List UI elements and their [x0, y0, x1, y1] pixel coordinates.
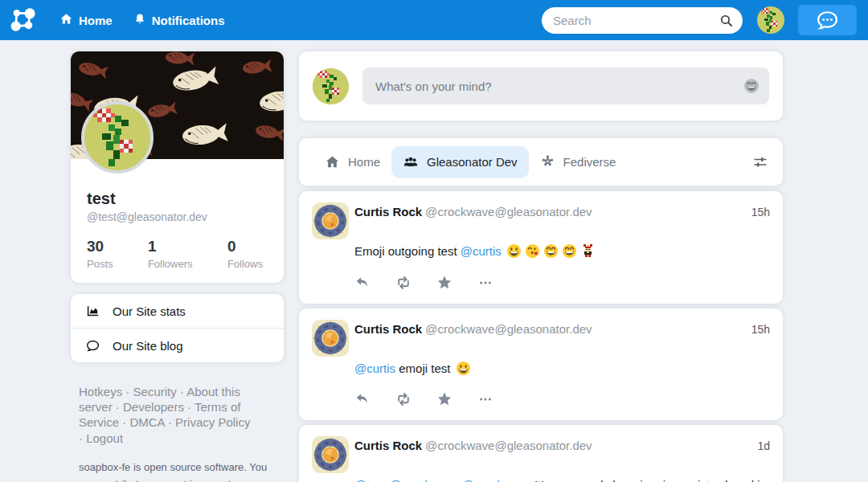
- more-options-icon[interactable]: [477, 391, 493, 407]
- sidebar: test @test@gleasonator.dev 30 Posts 1 Fo…: [71, 51, 284, 482]
- bell-icon: [133, 13, 146, 28]
- nav-notifications-label: Notifications: [152, 14, 225, 27]
- post-card[interactable]: Curtis Rock @crockwave@gleasonator.dev 1…: [299, 191, 783, 304]
- beaming-emoji: [543, 243, 559, 259]
- account-avatar[interactable]: [757, 6, 784, 34]
- stat-follows[interactable]: 0 Follows: [227, 238, 263, 270]
- search-icon[interactable]: [719, 14, 734, 28]
- post-avatar[interactable]: [312, 202, 349, 239]
- fediverse-icon: [540, 154, 555, 170]
- speech-bubble-icon: [84, 338, 100, 353]
- post-handle: @crockwave@gleasonator.dev: [425, 205, 592, 219]
- profile-stats: 30 Posts 1 Followers 0 Follows: [71, 238, 284, 270]
- profile-display-name[interactable]: test: [87, 190, 284, 208]
- favourite-star-icon[interactable]: [436, 275, 452, 291]
- tab-gleasonator-dev[interactable]: Gleasonator Dev: [391, 146, 529, 178]
- home-icon: [59, 12, 73, 28]
- search-bar: [542, 7, 743, 34]
- tab-label: Gleasonator Dev: [427, 155, 518, 169]
- post-timestamp[interactable]: 1d: [757, 439, 770, 452]
- emoji-picker-icon[interactable]: [743, 78, 760, 94]
- footer-link-developers[interactable]: Developers: [123, 400, 184, 414]
- repost-icon[interactable]: [395, 391, 411, 407]
- stat-follows-value: 0: [227, 238, 263, 255]
- chat-bubble-icon: [815, 10, 840, 31]
- tab-label: Home: [348, 155, 380, 169]
- profile-handle: @test@gleasonator.dev: [87, 210, 284, 223]
- top-navbar: Home Notifications: [0, 0, 868, 40]
- footer-link-dmca[interactable]: DMCA: [129, 415, 164, 429]
- nav-notifications[interactable]: Notifications: [133, 13, 225, 28]
- tab-fediverse[interactable]: Fediverse: [529, 146, 628, 178]
- timeline: Curtis Rock @crockwave@gleasonator.dev 1…: [299, 191, 783, 482]
- tab-home[interactable]: Home: [313, 146, 391, 178]
- nav-home-label: Home: [79, 14, 113, 27]
- stat-followers-label: Followers: [148, 258, 193, 270]
- main-column: Home Gleasonator Dev: [299, 51, 783, 482]
- post-content: Emoji outgoing test @curtis: [354, 243, 770, 261]
- post-timestamp[interactable]: 15h: [751, 323, 770, 336]
- more-options-icon[interactable]: [477, 275, 493, 291]
- about-text: soapbox-fe is open source software. You …: [79, 460, 281, 482]
- menu-item-label: Our Site blog: [113, 339, 183, 353]
- beaming-emoji: [562, 243, 577, 259]
- post-timestamp[interactable]: 15h: [751, 206, 770, 219]
- post-card[interactable]: Curtis Rock @crockwave@gleasonator.dev 1…: [299, 308, 783, 421]
- compose-avatar[interactable]: [313, 68, 349, 104]
- mention-link[interactable]: @curtis: [354, 362, 395, 375]
- page-body: test @test@gleasonator.dev 30 Posts 1 Fo…: [0, 40, 868, 482]
- footer-link-security[interactable]: Security: [133, 385, 177, 398]
- chat-button[interactable]: [798, 5, 857, 35]
- footer-links: Hotkeys · Security · About this server ·…: [79, 384, 254, 446]
- menu-item-label: Our Site stats: [113, 304, 186, 318]
- post-handle: @crockwave@gleasonator.dev: [425, 439, 592, 452]
- post-card[interactable]: Curtis Rock @crockwave@gleasonator.dev 1…: [299, 425, 783, 482]
- post-actions: [354, 275, 770, 291]
- compose-card: [299, 51, 783, 120]
- nav-home[interactable]: Home: [59, 12, 113, 28]
- reply-icon[interactable]: [354, 275, 371, 291]
- stat-posts-value: 30: [87, 238, 113, 255]
- reply-icon[interactable]: [354, 391, 371, 407]
- app-logo-icon[interactable]: [8, 5, 39, 35]
- post-author[interactable]: Curtis Rock: [354, 439, 422, 452]
- post-author[interactable]: Curtis Rock: [354, 322, 422, 336]
- post-avatar[interactable]: [312, 436, 349, 473]
- timeline-tabs: Home Gleasonator Dev: [299, 138, 783, 186]
- post-content: @curtis emoji test: [354, 360, 770, 378]
- favourite-star-icon[interactable]: [436, 391, 452, 407]
- footer-link-hotkeys[interactable]: Hotkeys: [79, 385, 122, 398]
- site-menu-card: Our Site stats Our Site blog: [71, 294, 284, 362]
- post-content: @test @crockwave @crockwave It's a gener…: [354, 476, 770, 482]
- home-icon: [325, 154, 340, 170]
- profile-avatar[interactable]: [81, 101, 154, 174]
- search-input[interactable]: [542, 7, 743, 34]
- timeline-settings-icon[interactable]: [752, 154, 768, 170]
- footer-link-logout[interactable]: Logout: [86, 431, 123, 445]
- compose-input[interactable]: [362, 67, 769, 104]
- post-handle: @crockwave@gleasonator.dev: [425, 322, 592, 336]
- mention-link[interactable]: @crockwave: [390, 478, 459, 482]
- grinning-emoji: [456, 361, 471, 376]
- mention-link[interactable]: @curtis: [461, 244, 502, 258]
- tab-label: Fediverse: [563, 155, 616, 169]
- footer-link-privacy-policy[interactable]: Privacy Policy: [175, 415, 250, 429]
- kissing-heart-emoji: [525, 243, 540, 259]
- mention-link[interactable]: @crockwave: [462, 478, 531, 482]
- menu-item-site-blog[interactable]: Our Site blog: [71, 328, 284, 362]
- stat-follows-label: Follows: [227, 258, 263, 270]
- stat-followers[interactable]: 1 Followers: [148, 238, 193, 270]
- custom-pixel-emoji: [580, 243, 596, 259]
- stat-followers-value: 1: [148, 238, 193, 255]
- post-actions: [354, 391, 770, 407]
- stat-posts[interactable]: 30 Posts: [87, 238, 113, 270]
- users-icon: [403, 154, 419, 170]
- repost-icon[interactable]: [395, 275, 411, 291]
- chart-icon: [84, 304, 100, 319]
- post-author[interactable]: Curtis Rock: [354, 205, 422, 219]
- menu-item-site-stats[interactable]: Our Site stats: [71, 294, 284, 328]
- post-avatar[interactable]: [312, 320, 349, 357]
- mention-link[interactable]: @test: [354, 478, 386, 482]
- profile-card: test @test@gleasonator.dev 30 Posts 1 Fo…: [71, 51, 284, 283]
- grinning-emoji: [506, 243, 522, 259]
